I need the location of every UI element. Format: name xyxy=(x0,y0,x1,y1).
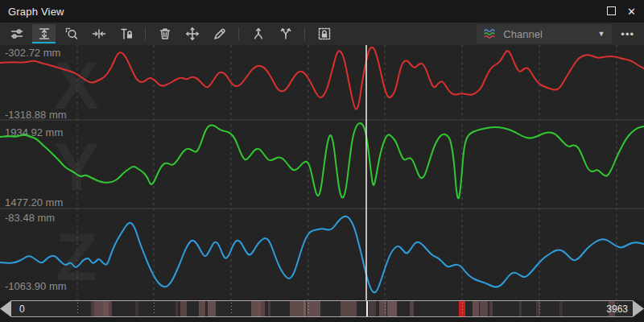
channel-waves-icon xyxy=(484,28,497,39)
timeline-tick xyxy=(462,303,463,315)
timeline-tick xyxy=(308,303,309,315)
cursor-lock-icon xyxy=(119,27,134,41)
more-options-button[interactable]: ••• xyxy=(616,28,639,40)
timeline-band xyxy=(387,301,397,316)
split-icon xyxy=(279,27,293,41)
pencil-icon xyxy=(213,27,227,41)
timeline-end-frame: 3963 xyxy=(606,303,628,315)
zoom-region-button[interactable] xyxy=(60,24,83,43)
timeline-band xyxy=(251,301,258,316)
timeline-band xyxy=(175,301,178,316)
timeline-band xyxy=(103,301,109,316)
graph-toolbar: Channel ▼ ••• xyxy=(0,23,644,45)
timeline-band xyxy=(135,301,138,316)
timeline-band xyxy=(94,301,103,316)
timeline-band xyxy=(261,301,265,316)
timeline-tick xyxy=(77,303,78,315)
fit-vertical-button[interactable] xyxy=(32,24,56,43)
timeline-band xyxy=(559,301,563,316)
sliders-icon xyxy=(10,27,24,41)
maximize-button[interactable] xyxy=(607,4,616,19)
timeline-tick xyxy=(231,303,232,315)
toolbar-separator xyxy=(304,27,305,40)
bottom-strip xyxy=(0,317,644,322)
svg-text:X: X xyxy=(54,47,99,123)
move-icon xyxy=(185,27,200,41)
adjust-curves-button[interactable] xyxy=(5,24,28,43)
timeline-left-arrow[interactable] xyxy=(0,300,11,317)
toolbar-separator xyxy=(145,27,146,40)
timeline-band xyxy=(480,301,488,316)
timeline-right-arrow[interactable] xyxy=(633,300,644,317)
timeline-tick xyxy=(539,303,540,315)
timeline-start-frame: 0 xyxy=(19,303,25,315)
delete-button[interactable] xyxy=(153,24,176,43)
timeline-band xyxy=(268,301,270,316)
center-cursor-button[interactable] xyxy=(87,24,110,43)
graph-area[interactable]: -302.72 mm -1318.88 mm 1934.92 mm 1477.2… xyxy=(0,45,644,300)
draw-button[interactable] xyxy=(208,24,231,43)
svg-text:Z: Z xyxy=(56,219,97,295)
close-button[interactable]: ✕ xyxy=(627,6,636,17)
move-keys-button[interactable] xyxy=(180,24,204,43)
window-title: Graph View xyxy=(8,6,64,18)
maximize-icon xyxy=(607,6,616,15)
split-channels-button[interactable] xyxy=(274,24,297,43)
zoom-region-icon xyxy=(64,27,79,41)
timeline-band xyxy=(519,301,522,316)
timeline-bar: 0 3963 xyxy=(0,300,644,317)
timeline-band xyxy=(473,301,479,316)
marquee-lock-icon xyxy=(317,27,332,41)
timeline-band xyxy=(341,301,357,316)
svg-text:Y: Y xyxy=(54,129,99,204)
timeline-band xyxy=(208,301,216,316)
lock-cursor-button[interactable] xyxy=(114,24,138,43)
join-channels-button[interactable] xyxy=(246,24,270,43)
timeline-tick xyxy=(154,303,155,315)
timeline-band xyxy=(303,301,306,316)
timeline-band xyxy=(180,301,187,316)
graph-view-window: Graph View ✕ xyxy=(0,0,644,322)
timeline-playhead[interactable] xyxy=(366,301,368,316)
lock-selection-button[interactable] xyxy=(312,24,336,43)
fit-vertical-icon xyxy=(37,27,52,41)
timeline-tick xyxy=(385,303,386,315)
channel-curves-plot[interactable]: XYZ xyxy=(0,45,644,300)
timeline-band xyxy=(290,301,304,316)
timeline-band xyxy=(109,301,112,316)
toolbar-separator xyxy=(238,27,239,40)
channel-label: Channel xyxy=(503,28,542,40)
timeline-band xyxy=(369,301,376,316)
timeline-band xyxy=(489,301,493,316)
chevron-down-icon: ▼ xyxy=(597,30,605,38)
timeline-band xyxy=(199,301,205,316)
center-cursor-icon xyxy=(92,27,106,41)
timeline-band xyxy=(410,301,414,316)
channel-selector[interactable]: Channel ▼ xyxy=(477,24,612,43)
timeline-track[interactable]: 0 3963 xyxy=(11,300,633,317)
title-bar: Graph View ✕ xyxy=(0,0,644,23)
join-icon xyxy=(251,27,266,41)
trash-icon xyxy=(158,27,172,41)
